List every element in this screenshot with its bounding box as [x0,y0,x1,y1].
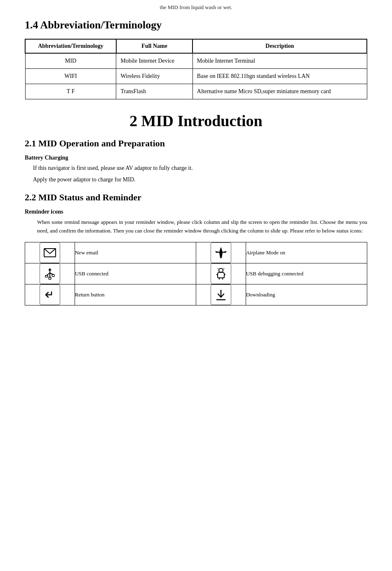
usb-debug-label: USB debugging connected [246,263,367,284]
abbr-tf: T F [25,84,116,99]
abbreviation-table: Abbreviation/Terminology Full Name Descr… [25,39,367,99]
usb-svg [43,267,56,280]
battery-text1: If this navigator is first used, please … [33,164,367,173]
return-icon [40,284,60,305]
table-header-abbr: Abbreviation/Terminology [25,39,116,53]
table-row: WIFI Wireless Fidelity Base on IEEE 802.… [25,69,367,84]
table-row: New email Airplane Mode on [25,242,367,263]
abbr-mid: MID [25,53,116,69]
status-icons-table: New email Airplane Mode on [25,242,367,305]
usb-debug-icon-cell [196,263,246,284]
svg-line-3 [47,273,50,275]
table-row: Return button Downloading [25,284,367,305]
table-row: MID Mobile Internet Device Mobile Intern… [25,53,367,69]
download-icon [211,284,231,305]
download-svg [214,288,228,301]
downloading-label: Downloading [246,284,367,305]
top-text: the MID from liquid wash or wet. [25,4,367,11]
abbr-wifi: WIFI [25,69,116,84]
desc-wifi: Base on IEEE 802.11bgn standard wireless… [192,69,367,84]
battery-text2: Apply the power adaptor to charge for MI… [33,175,367,184]
table-row: USB connected USB debug [25,263,367,284]
usb-debug-svg [214,267,228,280]
return-button-label: Return button [75,284,196,305]
return-icon-cell [25,284,75,305]
download-icon-cell [196,284,246,305]
svg-marker-2 [48,268,52,270]
usb-icon-cell [25,263,75,284]
section-14-title: 1.4 Abbreviation/Terminology [25,19,367,31]
email-icon [40,242,60,263]
email-icon-cell [25,242,75,263]
section-21-title: 2.1 MID Operation and Preparation [25,138,367,149]
table-row: T F TransFlash Alternative name Micro SD… [25,84,367,99]
battery-label: Battery Charging [25,155,367,161]
usb-debug-icon [211,263,231,284]
section-2-title: 2 MID Introduction [25,112,367,130]
reminder-text: When some remind message appears in your… [37,218,367,235]
email-svg [43,246,56,259]
section-22-title: 2.2 MID Status and Reminder [25,192,367,203]
full-mid: Mobile Internet Device [116,53,192,69]
airplane-icon [211,242,231,263]
table-header-full: Full Name [116,39,192,53]
full-wifi: Wireless Fidelity [116,69,192,84]
usb-icon [40,263,60,284]
desc-tf: Alternative name Micro SD,super miniatur… [192,84,367,99]
table-header-desc: Description [192,39,367,53]
desc-mid: Mobile Internet Terminal [192,53,367,69]
full-tf: TransFlash [116,84,192,99]
airplane-svg [214,246,228,259]
airplane-mode-label: Airplane Mode on [246,242,367,263]
new-email-label: New email [75,242,196,263]
svg-rect-4 [45,275,48,277]
airplane-icon-cell [196,242,246,263]
reminder-label: Reminder icons [25,209,367,215]
return-svg [43,288,56,301]
svg-line-9 [218,268,218,269]
svg-line-10 [223,268,224,269]
usb-connected-label: USB connected [75,263,196,284]
